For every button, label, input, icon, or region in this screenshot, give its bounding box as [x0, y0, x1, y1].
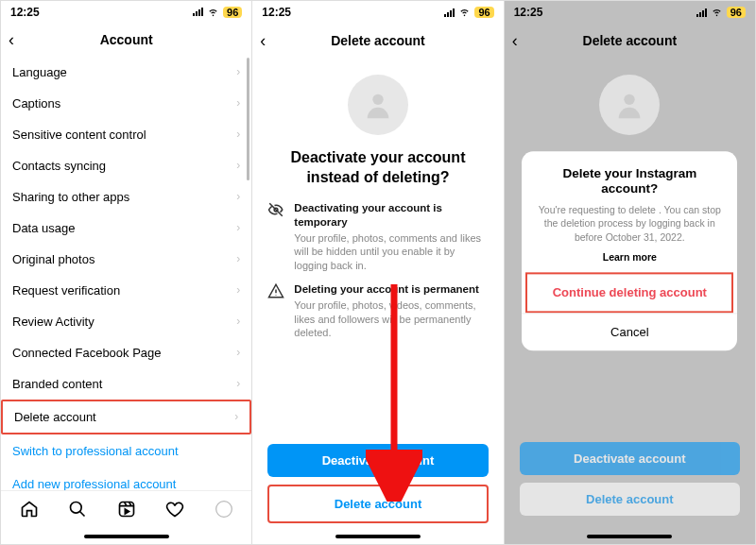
chevron-right-icon: › [236, 346, 240, 359]
row-branded-content[interactable]: Branded content› [1, 368, 251, 400]
wifi-icon [207, 8, 219, 17]
svg-point-3 [372, 94, 383, 105]
chevron-right-icon: › [234, 410, 238, 423]
row-sharing[interactable]: Sharing to other apps› [1, 181, 251, 213]
link-switch-professional[interactable]: Switch to professional account [1, 434, 251, 468]
chevron-right-icon: › [236, 283, 240, 297]
status-bar: 12:25 96 [505, 1, 755, 24]
chevron-right-icon: › [236, 128, 240, 141]
cancel-button[interactable]: Cancel [522, 313, 737, 350]
info-deactivate: Deactivating your account is temporaryYo… [267, 201, 488, 274]
content-area: Deactivate your account instead of delet… [252, 58, 503, 531]
svg-point-2 [215, 502, 232, 518]
wifi-icon [458, 8, 471, 17]
chevron-right-icon: › [236, 221, 240, 234]
row-delete-account[interactable]: Delete account› [1, 400, 251, 434]
screen-account: 12:25 96 ‹ Account Language› Captions› S… [1, 1, 252, 544]
back-icon[interactable]: ‹ [9, 30, 14, 50]
home-indicator [84, 535, 169, 538]
chevron-right-icon: › [236, 252, 240, 265]
row-language[interactable]: Language› [1, 57, 251, 88]
chevron-right-icon: › [236, 96, 240, 110]
row-request-verification[interactable]: Request verification› [1, 275, 251, 306]
avatar-placeholder-icon [599, 75, 660, 135]
info-delete: Deleting your account is permanentYour p… [267, 282, 488, 340]
warning-icon [267, 282, 284, 340]
settings-list: Language› Captions› Sensitive content co… [1, 57, 251, 490]
battery-icon: 96 [727, 7, 746, 18]
home-indicator [587, 535, 672, 538]
chevron-right-icon: › [236, 315, 240, 328]
tab-profile-icon[interactable] [215, 500, 233, 522]
clock: 12:25 [10, 6, 40, 19]
status-bar: 12:25 96 [252, 1, 503, 24]
confirm-delete-modal: Delete your Instagram account? You're re… [522, 151, 737, 350]
row-sensitive[interactable]: Sensitive content control› [1, 119, 251, 150]
clock: 12:25 [262, 6, 291, 19]
page-header: ‹ Delete account [505, 24, 755, 58]
screen-confirm-modal: 12:25 96 ‹ Delete account Deactivate acc… [505, 1, 755, 544]
row-review-activity[interactable]: Review Activity› [1, 306, 251, 337]
deactivate-button[interactable]: Deactivate account [267, 444, 488, 477]
button-stack: Deactivate account Delete account [520, 442, 740, 531]
back-icon[interactable]: ‹ [260, 31, 266, 51]
button-stack: Deactivate account Delete account [267, 444, 488, 531]
tab-home-icon[interactable] [20, 500, 39, 522]
tab-reels-icon[interactable] [117, 500, 136, 522]
heading: Deactivate your account instead of delet… [267, 148, 488, 188]
tab-search-icon[interactable] [68, 500, 87, 522]
chevron-right-icon: › [236, 377, 240, 390]
svg-point-0 [71, 502, 82, 514]
avatar-placeholder-icon [348, 75, 408, 135]
battery-icon: 96 [223, 7, 242, 18]
signal-icon [444, 9, 455, 17]
page-title: Delete account [505, 33, 755, 48]
clock: 12:25 [514, 6, 543, 19]
signal-icon [193, 8, 203, 16]
link-add-professional[interactable]: Add new professional account [1, 468, 251, 490]
wifi-icon [711, 8, 723, 17]
row-captions[interactable]: Captions› [1, 88, 251, 119]
row-original-photos[interactable]: Original photos› [1, 244, 251, 275]
chevron-right-icon: › [236, 159, 240, 172]
status-bar: 12:25 96 [1, 1, 251, 23]
row-contacts[interactable]: Contacts syncing› [1, 150, 251, 181]
delete-button[interactable]: Delete account [520, 483, 740, 516]
screen-deactivate-prompt: 12:25 96 ‹ Delete account Deactivate you… [252, 1, 504, 544]
svg-rect-1 [119, 502, 133, 517]
deactivate-button[interactable]: Deactivate account [520, 442, 740, 475]
modal-title: Delete your Instagram account? [535, 166, 724, 198]
page-title: Account [1, 32, 251, 47]
row-data-usage[interactable]: Data usage› [1, 213, 251, 244]
page-header: ‹ Account [1, 23, 251, 56]
chevron-right-icon: › [236, 65, 240, 78]
battery-icon: 96 [474, 7, 493, 18]
page-header: ‹ Delete account [252, 24, 503, 58]
page-title: Delete account [252, 33, 503, 48]
delete-button[interactable]: Delete account [270, 487, 485, 520]
scrollbar[interactable] [247, 58, 249, 180]
learn-more-link[interactable]: Learn more [535, 251, 724, 263]
chevron-right-icon: › [236, 190, 240, 203]
tab-bar [1, 490, 251, 531]
back-icon[interactable]: ‹ [512, 31, 518, 51]
eye-off-icon [267, 201, 284, 274]
continue-deleting-button[interactable]: Continue deleting account [527, 274, 731, 311]
signal-icon [696, 9, 707, 17]
tab-activity-icon[interactable] [165, 500, 184, 522]
home-indicator [335, 535, 421, 538]
svg-point-6 [625, 94, 635, 105]
modal-body: You're requesting to delete . You can st… [535, 204, 724, 245]
row-connected-fb[interactable]: Connected Facebook Page› [1, 337, 251, 368]
